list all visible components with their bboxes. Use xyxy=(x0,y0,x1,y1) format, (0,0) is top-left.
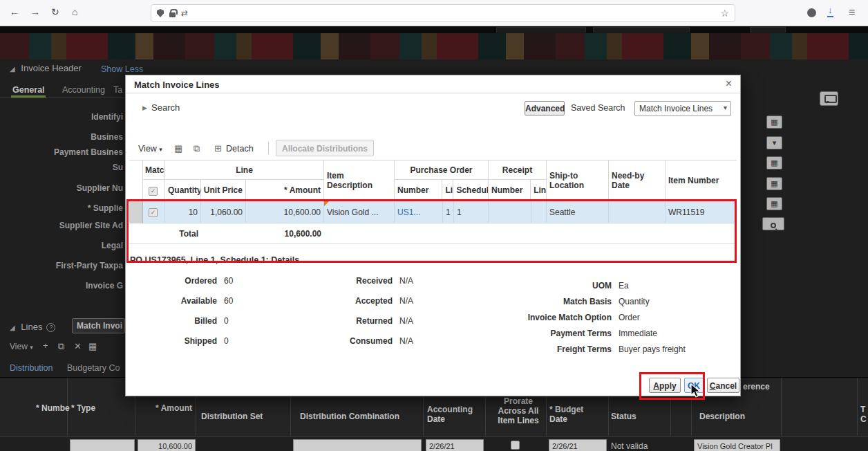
field-label-supplier-site: * Supplie xyxy=(0,203,123,213)
quantity-cell[interactable]: 10 xyxy=(165,201,201,223)
allocate-distributions-button[interactable]: Allocate Distributions xyxy=(276,140,374,156)
row-selector[interactable] xyxy=(129,201,143,223)
url-bar[interactable]: ⇄ ☆ xyxy=(151,4,735,22)
screen: ← → ↻ ⌂ ⇄ ☆ ↓ ≡ ◢ Invoice Header Show Le… xyxy=(0,0,868,451)
advanced-button[interactable]: Advanced xyxy=(525,101,565,116)
field-label-invoice-group: Invoice G xyxy=(0,281,123,291)
po-line-cell[interactable]: 1 xyxy=(443,201,454,223)
lock-icon[interactable] xyxy=(169,12,176,17)
apply-button[interactable]: Apply xyxy=(649,378,681,393)
col-header-accounting-date: Accounting Date xyxy=(427,405,481,424)
view-menu[interactable]: View ▾ xyxy=(138,144,162,154)
quantity-header[interactable]: Quantity xyxy=(165,180,201,201)
budget-date-cell[interactable]: 2/26/21 xyxy=(549,439,607,451)
home-icon[interactable]: ⌂ xyxy=(72,6,77,17)
privacy-shield-icon[interactable] xyxy=(807,8,816,17)
ship-to-location-header[interactable]: Ship-to Location xyxy=(547,160,609,201)
unit-price-header[interactable]: Unit Price xyxy=(201,180,246,201)
close-icon[interactable]: × xyxy=(726,77,732,90)
forward-icon[interactable]: → xyxy=(30,6,40,17)
show-less-link[interactable]: Show Less xyxy=(101,64,143,74)
prorate-checkbox[interactable] xyxy=(511,441,520,450)
item-number-cell[interactable]: WR11519 xyxy=(666,201,737,223)
search-section-label[interactable]: Search xyxy=(151,102,180,113)
shield-icon[interactable] xyxy=(157,9,164,17)
freeze-icon[interactable]: ▦ xyxy=(174,143,182,154)
col-header-type: * Type xyxy=(71,403,95,413)
dropdown-icon[interactable]: ▾ xyxy=(766,136,782,149)
col-header-prorate: Prorate Across All Item Lines xyxy=(496,396,541,425)
field-label-supplier-number: Supplier Nu xyxy=(0,183,123,193)
duplicate-row-icon[interactable]: ⧉ xyxy=(58,341,64,352)
distribution-combination-cell[interactable] xyxy=(293,439,422,451)
wrap-icon[interactable]: ⧉ xyxy=(194,143,200,154)
lov-grid-icon[interactable]: ▦ xyxy=(766,197,782,210)
caret-down-icon: ▾ xyxy=(30,344,33,351)
amount-cell[interactable]: 10,600.00 xyxy=(138,439,196,451)
receipt-group-header: Receipt Number Line xyxy=(489,160,547,201)
tab-budgetary-control[interactable]: Budgetary Co xyxy=(67,363,120,373)
lov-grid-icon[interactable]: ▦ xyxy=(766,177,782,190)
description-cell[interactable]: Vision Gold Creator Pl xyxy=(694,439,780,451)
table-header: Match ✓ Line Quantity Unit Price * Amoun… xyxy=(129,160,737,201)
po-number-header[interactable]: Number xyxy=(395,180,442,201)
collapse-triangle-icon[interactable]: ◢ xyxy=(10,65,15,73)
expand-search-icon[interactable]: ▶ xyxy=(142,104,147,111)
collapse-triangle-icon[interactable]: ◢ xyxy=(10,324,15,331)
tab-distribution[interactable]: Distribution xyxy=(10,363,53,373)
cancel-button[interactable]: Cancel xyxy=(707,378,739,393)
po-number-cell[interactable]: US1... xyxy=(395,201,443,223)
receipt-number-header[interactable]: Number xyxy=(489,180,531,201)
amount-header[interactable]: * Amount xyxy=(246,180,323,201)
po-line-header[interactable]: Line xyxy=(442,180,453,201)
reload-icon[interactable]: ↻ xyxy=(51,6,59,17)
ship-to-cell[interactable]: Seattle xyxy=(547,201,609,223)
help-icon[interactable]: ? xyxy=(46,323,55,332)
po-schedule-cell[interactable]: 1 xyxy=(454,201,489,223)
tab-general[interactable]: General xyxy=(12,85,45,95)
brand-banner xyxy=(0,33,868,59)
receipt-line-header[interactable]: Line xyxy=(531,180,546,201)
ok-button[interactable]: OK xyxy=(684,378,704,393)
saved-search-label: Saved Search xyxy=(571,103,625,113)
lov-grid-icon[interactable]: ▦ xyxy=(766,116,782,129)
bookmark-star-icon[interactable]: ☆ xyxy=(720,8,729,19)
tab-tax[interactable]: Ta xyxy=(113,85,122,95)
header-button xyxy=(750,27,786,33)
collaboration-icon[interactable] xyxy=(820,91,838,106)
match-checkbox[interactable]: ✓ xyxy=(149,208,158,217)
table-row[interactable]: ✓ 10 1,060.00 10,600.00 Vision Gold ... … xyxy=(129,201,737,223)
match-invoice-lines-button[interactable]: Match Invoi xyxy=(72,318,125,333)
po-details-title: PO US173965, Line 1, Schedule 1: Details xyxy=(130,255,299,265)
unit-price-cell[interactable]: 1,060.00 xyxy=(201,201,246,223)
detach-icon[interactable]: ▦ xyxy=(88,341,97,351)
add-row-icon[interactable]: + xyxy=(43,340,48,351)
po-schedule-header[interactable]: Schedul xyxy=(453,180,488,201)
need-by-cell[interactable] xyxy=(609,201,666,223)
saved-search-dropdown[interactable]: Match Invoice Lines ▾ xyxy=(634,101,731,116)
downloads-icon[interactable]: ↓ xyxy=(827,6,833,17)
item-description-cell[interactable]: Vision Gold ... xyxy=(324,201,395,223)
lov-grid-icon[interactable]: ▦ xyxy=(766,156,782,169)
select-all-checkbox[interactable]: ✓ xyxy=(149,187,158,196)
type-cell[interactable] xyxy=(70,439,135,451)
tab-accounting[interactable]: Accounting xyxy=(62,85,105,95)
menu-icon[interactable]: ≡ xyxy=(849,6,855,19)
receipt-number-cell[interactable] xyxy=(489,201,531,223)
back-icon[interactable]: ← xyxy=(10,6,19,17)
detach-label[interactable]: Detach xyxy=(226,144,254,154)
po-number-link[interactable]: US1... xyxy=(397,208,420,217)
field-label-supplier-site-address: Supplier Site Ad xyxy=(0,221,123,230)
amount-cell[interactable]: 10,600.00 xyxy=(246,201,324,223)
receipt-line-cell[interactable] xyxy=(531,201,547,223)
lines-view-menu[interactable]: View ▾ xyxy=(10,342,33,351)
total-amount: 10,600.00 xyxy=(246,223,324,244)
delete-row-icon[interactable]: ✕ xyxy=(74,341,82,351)
search-lov-icon[interactable] xyxy=(762,217,784,230)
item-number-header[interactable]: Item Number xyxy=(666,160,737,201)
item-description-header[interactable]: Item Description xyxy=(324,160,395,201)
need-by-date-header[interactable]: Need-by Date xyxy=(609,160,666,201)
detach-window-icon[interactable]: ⊞ xyxy=(214,143,222,154)
accounting-date-cell[interactable]: 2/26/21 xyxy=(426,439,484,451)
global-header xyxy=(0,26,868,33)
